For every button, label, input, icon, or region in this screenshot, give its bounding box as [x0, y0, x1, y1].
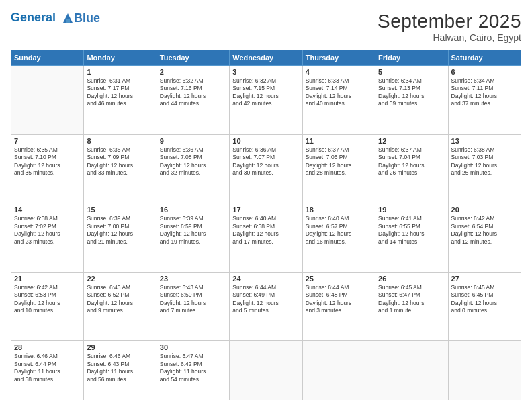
table-row: 3Sunrise: 6:32 AM Sunset: 7:15 PM Daylig…	[230, 66, 302, 135]
table-row: 2Sunrise: 6:32 AM Sunset: 7:16 PM Daylig…	[157, 66, 229, 135]
table-row: 25Sunrise: 6:44 AM Sunset: 6:48 PM Dayli…	[302, 272, 375, 341]
table-row: 9Sunrise: 6:36 AM Sunset: 7:08 PM Daylig…	[157, 134, 229, 203]
table-row: 8Sunrise: 6:35 AM Sunset: 7:09 PM Daylig…	[84, 134, 157, 203]
col-monday: Monday	[84, 50, 157, 66]
logo-text-general: General	[11, 11, 56, 24]
table-row	[11, 66, 84, 135]
logo-icon	[60, 11, 75, 26]
table-row: 10Sunrise: 6:36 AM Sunset: 7:07 PM Dayli…	[230, 134, 302, 203]
table-row: 17Sunrise: 6:40 AM Sunset: 6:58 PM Dayli…	[230, 203, 302, 273]
table-row: 6Sunrise: 6:34 AM Sunset: 7:11 PM Daylig…	[448, 66, 521, 135]
table-row: 27Sunrise: 6:45 AM Sunset: 6:45 PM Dayli…	[448, 272, 521, 341]
table-row: 13Sunrise: 6:38 AM Sunset: 7:03 PM Dayli…	[448, 134, 521, 203]
month-title: September 2025	[378, 11, 521, 32]
table-row	[302, 341, 375, 400]
table-row: 21Sunrise: 6:42 AM Sunset: 6:53 PM Dayli…	[11, 272, 84, 341]
col-tuesday: Tuesday	[157, 50, 229, 66]
table-row: 24Sunrise: 6:44 AM Sunset: 6:49 PM Dayli…	[230, 272, 302, 341]
table-row: 14Sunrise: 6:38 AM Sunset: 7:02 PM Dayli…	[11, 203, 84, 273]
table-row	[375, 341, 448, 400]
table-row	[230, 341, 302, 400]
table-row: 28Sunrise: 6:46 AM Sunset: 6:44 PM Dayli…	[11, 341, 84, 400]
page: General Blue September 2025 Halwan, Cair…	[0, 0, 532, 411]
table-row: 1Sunrise: 6:31 AM Sunset: 7:17 PM Daylig…	[84, 66, 157, 135]
table-row: 20Sunrise: 6:42 AM Sunset: 6:54 PM Dayli…	[448, 203, 521, 273]
col-saturday: Saturday	[448, 50, 521, 66]
table-row: 4Sunrise: 6:33 AM Sunset: 7:14 PM Daylig…	[302, 66, 375, 135]
table-row: 22Sunrise: 6:43 AM Sunset: 6:52 PM Dayli…	[84, 272, 157, 341]
location: Halwan, Cairo, Egypt	[378, 32, 521, 43]
logo: General Blue	[11, 11, 100, 26]
table-row: 26Sunrise: 6:45 AM Sunset: 6:47 PM Dayli…	[375, 272, 448, 341]
table-row: 15Sunrise: 6:39 AM Sunset: 7:00 PM Dayli…	[84, 203, 157, 273]
header: General Blue September 2025 Halwan, Cair…	[11, 11, 521, 43]
calendar-header-row: Sunday Monday Tuesday Wednesday Thursday…	[11, 50, 521, 66]
col-wednesday: Wednesday	[230, 50, 302, 66]
calendar: Sunday Monday Tuesday Wednesday Thursday…	[11, 50, 521, 400]
table-row: 5Sunrise: 6:34 AM Sunset: 7:13 PM Daylig…	[375, 66, 448, 135]
table-row: 29Sunrise: 6:46 AM Sunset: 6:43 PM Dayli…	[84, 341, 157, 400]
title-section: September 2025 Halwan, Cairo, Egypt	[378, 11, 521, 43]
table-row: 11Sunrise: 6:37 AM Sunset: 7:05 PM Dayli…	[302, 134, 375, 203]
col-thursday: Thursday	[302, 50, 375, 66]
table-row	[448, 341, 521, 400]
table-row: 16Sunrise: 6:39 AM Sunset: 6:59 PM Dayli…	[157, 203, 229, 273]
table-row: 30Sunrise: 6:47 AM Sunset: 6:42 PM Dayli…	[157, 341, 229, 400]
col-friday: Friday	[375, 50, 448, 66]
table-row: 12Sunrise: 6:37 AM Sunset: 7:04 PM Dayli…	[375, 134, 448, 203]
table-row: 23Sunrise: 6:43 AM Sunset: 6:50 PM Dayli…	[157, 272, 229, 341]
table-row: 19Sunrise: 6:41 AM Sunset: 6:55 PM Dayli…	[375, 203, 448, 273]
table-row: 7Sunrise: 6:35 AM Sunset: 7:10 PM Daylig…	[11, 134, 84, 203]
logo-text-blue: Blue	[74, 11, 100, 26]
table-row: 18Sunrise: 6:40 AM Sunset: 6:57 PM Dayli…	[302, 203, 375, 273]
svg-rect-1	[66, 19, 70, 23]
col-sunday: Sunday	[11, 50, 84, 66]
